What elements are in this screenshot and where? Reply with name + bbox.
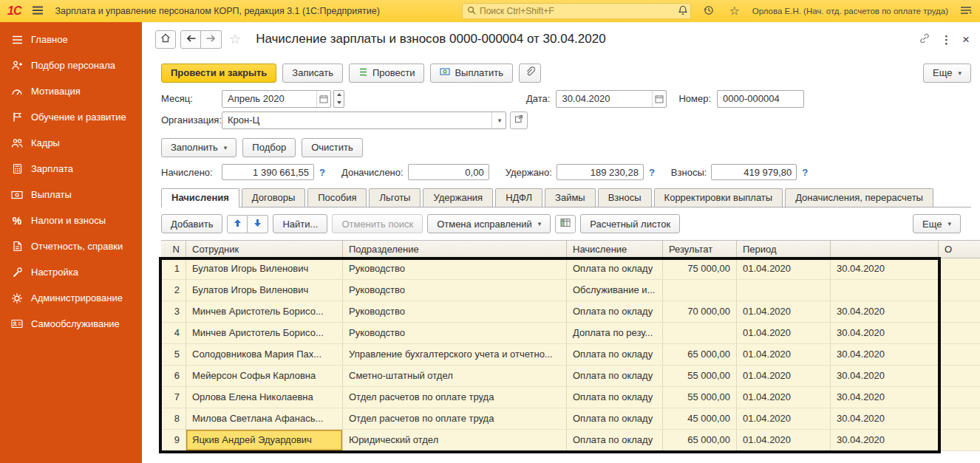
- table-cell[interactable]: Минчев Аристотель Борисо...: [186, 301, 343, 322]
- table-cell[interactable]: [939, 258, 980, 279]
- table-cell[interactable]: 01.04.2020: [737, 301, 831, 322]
- table-cell[interactable]: 30.04.2020: [831, 344, 939, 365]
- clear-button[interactable]: Очистить: [302, 138, 363, 157]
- table-cell[interactable]: [831, 280, 939, 301]
- table-cell[interactable]: 01.04.2020: [737, 258, 831, 279]
- table-cell[interactable]: Орлова Елена Николаевна: [186, 387, 343, 408]
- table-view-button[interactable]: [555, 215, 576, 233]
- table-cell[interactable]: Руководство: [343, 258, 567, 279]
- table-cell[interactable]: Солодовникова Мария Пах...: [186, 344, 343, 365]
- table-cell[interactable]: 30.04.2020: [831, 301, 939, 322]
- sidebar-item-settings[interactable]: Настройка: [0, 259, 142, 285]
- table-cell[interactable]: Сметно-штатный отдел: [343, 366, 567, 386]
- table-cell[interactable]: 30.04.2020: [831, 258, 939, 279]
- month-field[interactable]: Апрель 2020: [222, 90, 331, 108]
- table-row[interactable]: 9Яцкив Андрей ЭдуардовичЮридический отде…: [161, 430, 980, 451]
- table-cell[interactable]: Юридический отдел: [343, 430, 567, 450]
- tab-3[interactable]: Льготы: [369, 188, 421, 207]
- table-cell[interactable]: Милова Светлана Афанась...: [186, 408, 343, 429]
- payslip-button[interactable]: Расчетный листок: [580, 214, 680, 233]
- table-cell[interactable]: 9: [161, 430, 186, 450]
- table-cell[interactable]: 01.04.2020: [737, 323, 831, 343]
- table-cell[interactable]: 01.04.2020: [737, 408, 831, 429]
- undo-corrections-button[interactable]: Отмена исправлений ▾: [427, 214, 551, 233]
- table-cell[interactable]: 8: [161, 408, 186, 429]
- sidebar-item-main[interactable]: Главное: [0, 27, 142, 52]
- move-down-button[interactable]: [248, 215, 268, 233]
- step-down-icon[interactable]: [334, 99, 344, 107]
- sidebar-item-payments[interactable]: Выплаты: [0, 182, 142, 208]
- step-up-icon[interactable]: [334, 91, 344, 99]
- table-cell[interactable]: 75 000,00: [663, 258, 737, 279]
- sidebar-item-training[interactable]: Обучение и развитие: [0, 104, 142, 130]
- table-cell[interactable]: Булатов Игорь Виленович: [186, 258, 343, 279]
- column-header[interactable]: О: [939, 241, 980, 258]
- move-up-button[interactable]: [227, 215, 248, 233]
- table-cell[interactable]: [939, 366, 980, 386]
- table-row[interactable]: 2Булатов Игорь ВиленовичРуководствоОбслу…: [161, 280, 980, 301]
- table-cell[interactable]: 55 000,00: [663, 387, 737, 408]
- find-button[interactable]: Найти...: [273, 214, 327, 233]
- favorites-button[interactable]: ☆: [727, 3, 743, 19]
- tab-9[interactable]: Доначисления, перерасчеты: [785, 188, 933, 207]
- added-value[interactable]: 0,00: [408, 164, 489, 180]
- table-cell[interactable]: Оплата по окладу: [567, 301, 663, 322]
- table-cell[interactable]: Доплата по резу...: [567, 323, 663, 343]
- column-header[interactable]: Результат: [663, 241, 737, 258]
- table-cell[interactable]: 3: [161, 301, 186, 322]
- post-and-close-button[interactable]: Провести и закрыть: [161, 64, 276, 83]
- open-organization-button[interactable]: [510, 112, 528, 129]
- table-cell[interactable]: 01.04.2020: [737, 366, 831, 386]
- search-input[interactable]: [480, 6, 686, 16]
- table-cell[interactable]: Руководство: [343, 301, 567, 322]
- table-cell[interactable]: Руководство: [343, 323, 567, 343]
- sidebar-item-motivation[interactable]: Мотивация: [0, 78, 142, 104]
- table-cell[interactable]: [939, 408, 980, 429]
- tab-0[interactable]: Начисления: [161, 188, 239, 208]
- current-user[interactable]: Орлова Е.Н. (Нач. отд. расчетов по оплат…: [752, 7, 948, 16]
- column-header[interactable]: Начисление: [567, 241, 663, 258]
- calendar-icon[interactable]: [316, 91, 330, 107]
- home-button[interactable]: [155, 30, 176, 49]
- table-cell[interactable]: Булатов Игорь Виленович: [186, 280, 343, 301]
- help-icon[interactable]: ?: [802, 167, 808, 178]
- table-cell[interactable]: 30.04.2020: [831, 430, 939, 450]
- table-cell[interactable]: 30.04.2020: [831, 408, 939, 429]
- close-icon[interactable]: ×: [962, 33, 970, 46]
- table-cell[interactable]: [939, 301, 980, 322]
- table-cell[interactable]: 65 000,00: [663, 430, 737, 450]
- table-cell[interactable]: [939, 344, 980, 365]
- post-button[interactable]: Провести: [349, 64, 425, 83]
- column-header[interactable]: Сотрудник: [186, 241, 343, 258]
- column-header[interactable]: N: [161, 241, 186, 258]
- table-cell[interactable]: [737, 280, 831, 301]
- table-row[interactable]: 6Мейерсон Софья КарловнаСметно-штатный о…: [161, 366, 980, 387]
- add-row-button[interactable]: Добавить: [161, 214, 222, 233]
- number-field[interactable]: 0000-000004: [717, 90, 804, 108]
- table-cell[interactable]: [939, 323, 980, 343]
- table-cell[interactable]: Оплата по окладу: [567, 387, 663, 408]
- table-cell[interactable]: Минчев Аристотель Борисо...: [186, 323, 343, 343]
- column-header[interactable]: [831, 241, 939, 258]
- help-icon[interactable]: ?: [649, 167, 655, 178]
- table-row[interactable]: 4Минчев Аристотель Борисо...РуководствоД…: [161, 323, 980, 344]
- table-row[interactable]: 1Булатов Игорь ВиленовичРуководствоОплат…: [161, 258, 980, 280]
- chevron-down-icon[interactable]: ▾: [491, 112, 506, 128]
- table-cell[interactable]: Оплата по окладу: [567, 344, 663, 365]
- table-cell[interactable]: [939, 280, 980, 301]
- table-cell[interactable]: 30.04.2020: [831, 366, 939, 386]
- table-cell[interactable]: 4: [161, 323, 186, 343]
- table-cell[interactable]: 55 000,00: [663, 366, 737, 386]
- contrib-value[interactable]: 419 979,80: [711, 164, 797, 180]
- table-row[interactable]: 8Милова Светлана Афанась...Отдел расчето…: [161, 408, 980, 430]
- table-cell[interactable]: 01.04.2020: [737, 387, 831, 408]
- table-cell[interactable]: 2: [161, 280, 186, 301]
- service-menu-button[interactable]: [958, 3, 974, 19]
- toolbar-more-button[interactable]: Еще ▾: [923, 64, 971, 83]
- tab-6[interactable]: Займы: [545, 188, 596, 207]
- table-cell[interactable]: Оплата по окладу: [567, 408, 663, 429]
- tab-8[interactable]: Корректировки выплаты: [654, 188, 783, 207]
- tab-5[interactable]: НДФЛ: [495, 188, 542, 207]
- global-search[interactable]: [462, 3, 691, 19]
- attachments-button[interactable]: [519, 64, 541, 83]
